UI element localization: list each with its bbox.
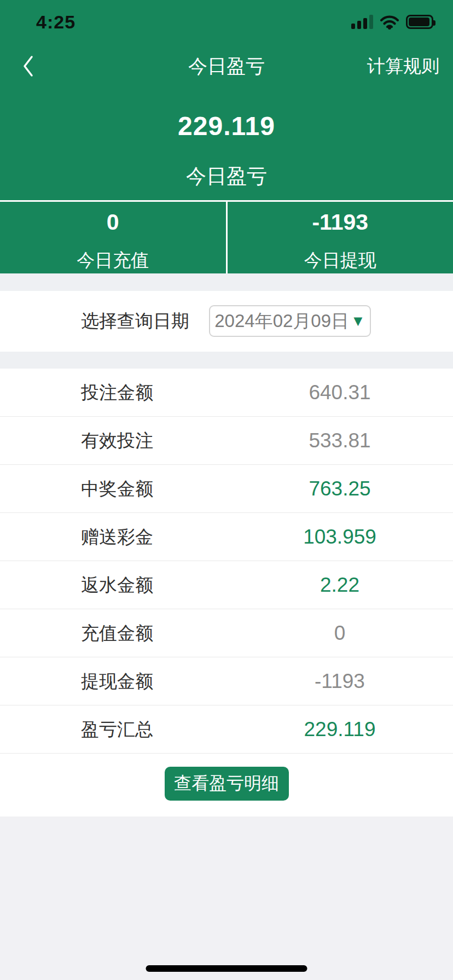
status-icons bbox=[351, 15, 433, 30]
row-value: -1193 bbox=[226, 657, 453, 705]
today-stats: 0 今日充值 -1193 今日提现 bbox=[0, 200, 453, 273]
spacer bbox=[0, 352, 453, 369]
list-item-profit-summary: 盈亏汇总 229.119 bbox=[0, 705, 453, 754]
row-value: 2.22 bbox=[226, 561, 453, 609]
row-value: 0 bbox=[226, 609, 453, 657]
navbar: 今日盈亏 计算规则 bbox=[0, 47, 453, 85]
list-item-rebate: 返水金额 2.22 bbox=[0, 561, 453, 609]
profit-detail-list: 投注金额 640.31 有效投注 533.81 中奖金额 763.25 赠送彩金… bbox=[0, 369, 453, 754]
signal-strength-icon bbox=[351, 15, 373, 29]
today-deposit-label: 今日充值 bbox=[0, 248, 226, 273]
row-label: 赠送彩金 bbox=[81, 513, 153, 561]
row-label: 有效投注 bbox=[81, 417, 153, 465]
home-indicator[interactable] bbox=[146, 965, 307, 972]
today-withdraw-label: 今日提现 bbox=[228, 248, 453, 273]
row-label: 返水金额 bbox=[81, 561, 153, 609]
today-deposit-value: 0 bbox=[0, 209, 226, 235]
date-picker-dropdown[interactable]: 2024年02月09日 ▼ bbox=[209, 305, 371, 337]
status-bar: 4:25 bbox=[0, 0, 453, 36]
row-label: 盈亏汇总 bbox=[81, 705, 153, 754]
caret-down-icon: ▼ bbox=[351, 314, 365, 329]
list-item-withdraw: 提现金额 -1193 bbox=[0, 657, 453, 705]
view-profit-detail-button[interactable]: 查看盈亏明细 bbox=[165, 767, 289, 801]
list-item-bonus: 赠送彩金 103.959 bbox=[0, 513, 453, 561]
list-item-deposit: 充值金额 0 bbox=[0, 609, 453, 657]
date-filter-row: 选择查询日期 2024年02月09日 ▼ bbox=[0, 291, 453, 352]
battery-icon bbox=[406, 15, 433, 29]
row-value: 229.119 bbox=[226, 705, 453, 754]
status-time: 4:25 bbox=[36, 11, 76, 33]
row-value: 640.31 bbox=[226, 369, 453, 417]
row-label: 投注金额 bbox=[81, 369, 153, 417]
row-value: 533.81 bbox=[226, 417, 453, 465]
row-label: 提现金额 bbox=[81, 657, 153, 705]
footer bbox=[0, 816, 453, 980]
list-item-bet-amount: 投注金额 640.31 bbox=[0, 369, 453, 417]
row-label: 充值金额 bbox=[81, 609, 153, 657]
date-picker-value: 2024年02月09日 bbox=[214, 309, 349, 334]
date-filter-label: 选择查询日期 bbox=[81, 291, 189, 352]
list-item-valid-bet: 有效投注 533.81 bbox=[0, 417, 453, 465]
today-withdraw-value: -1193 bbox=[228, 209, 453, 235]
today-deposit-cell: 0 今日充值 bbox=[0, 202, 228, 273]
wifi-icon bbox=[380, 15, 399, 30]
today-withdraw-cell: -1193 今日提现 bbox=[228, 202, 453, 273]
header: 4:25 今日盈亏 计算规则 229.119 今日盈亏 bbox=[0, 0, 453, 200]
list-item-winning-amount: 中奖金额 763.25 bbox=[0, 465, 453, 513]
row-value: 103.959 bbox=[226, 513, 453, 561]
calculation-rules-link[interactable]: 计算规则 bbox=[367, 54, 439, 79]
today-profit-amount: 229.119 bbox=[0, 111, 453, 141]
row-value: 763.25 bbox=[226, 465, 453, 513]
spacer bbox=[0, 273, 453, 291]
button-area: 查看盈亏明细 bbox=[0, 754, 453, 816]
row-label: 中奖金额 bbox=[81, 465, 153, 513]
today-profit-label: 今日盈亏 bbox=[0, 163, 453, 190]
